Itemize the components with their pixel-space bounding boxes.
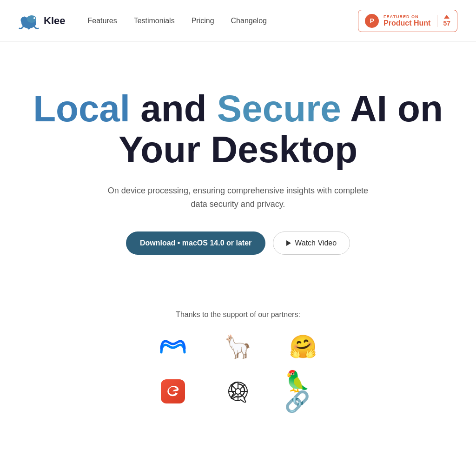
parrot-link-icon: 🦜🔗 — [284, 371, 322, 412]
partner-swift — [161, 379, 185, 403]
logo[interactable]: Klee — [19, 11, 65, 31]
vote-count: 57 — [443, 20, 450, 27]
svg-point-1 — [27, 15, 36, 23]
upvote-triangle-icon — [444, 15, 450, 19]
product-hunt-text: FEATURED ON Product Hunt — [383, 14, 430, 27]
whale-icon — [19, 11, 39, 31]
logo-text: Klee — [44, 15, 65, 27]
hero-title-and: and — [130, 88, 217, 129]
product-hunt-featured-label: FEATURED ON — [383, 14, 430, 19]
watch-video-label: Watch Video — [295, 239, 337, 247]
nav-item-pricing[interactable]: Pricing — [192, 17, 214, 25]
swift-logo-icon — [161, 379, 185, 403]
openai-logo-icon — [227, 380, 249, 403]
partners-label: Thanks to the support of our partners: — [176, 311, 300, 319]
partner-ollama: 🦙 — [224, 336, 252, 358]
product-hunt-votes: 57 — [437, 15, 450, 27]
hero-title-local: Local — [33, 88, 130, 129]
swift-bird-icon — [165, 384, 180, 399]
svg-point-3 — [235, 389, 241, 394]
partner-langchain: 🦜🔗 — [284, 371, 322, 412]
cta-row: Download • macOS 14.0 or later Watch Vid… — [126, 231, 350, 255]
hero-section: Local and Secure AI on Your Desktop On d… — [0, 42, 476, 283]
meta-logo-icon — [159, 337, 187, 356]
ollama-icon: 🦙 — [224, 336, 252, 358]
svg-point-2 — [33, 17, 35, 19]
product-hunt-name: Product Hunt — [383, 19, 430, 27]
nav-item-features[interactable]: Features — [87, 17, 117, 25]
partners-section: Thanks to the support of our partners: 🦙… — [0, 283, 476, 430]
product-hunt-icon: P — [365, 14, 379, 28]
nav-links: Features Testimonials Pricing Changelog — [87, 17, 266, 25]
product-hunt-badge[interactable]: P FEATURED ON Product Hunt 57 — [358, 10, 457, 32]
nav-item-testimonials[interactable]: Testimonials — [134, 17, 175, 25]
watch-video-button[interactable]: Watch Video — [273, 231, 350, 255]
hero-subtitle: On device processing, ensuring comprehen… — [103, 184, 373, 211]
hero-title: Local and Secure AI on Your Desktop — [33, 88, 443, 170]
nav-left: Klee Features Testimonials Pricing Chang… — [19, 11, 267, 31]
download-button[interactable]: Download • macOS 14.0 or later — [126, 231, 265, 255]
partner-huggingface: 🤗 — [289, 336, 317, 358]
partners-grid: 🦙 🤗 — [154, 336, 322, 412]
partner-openai — [227, 380, 249, 403]
navbar: Klee Features Testimonials Pricing Chang… — [0, 0, 476, 42]
huggingface-icon: 🤗 — [289, 336, 317, 358]
hero-title-secure: Secure — [217, 88, 341, 129]
hero-title-line2: Your Desktop — [119, 129, 357, 170]
partner-meta — [159, 337, 187, 356]
nav-item-changelog[interactable]: Changelog — [231, 17, 267, 25]
play-icon — [286, 240, 291, 246]
hero-title-ai-on: AI on — [341, 88, 443, 129]
